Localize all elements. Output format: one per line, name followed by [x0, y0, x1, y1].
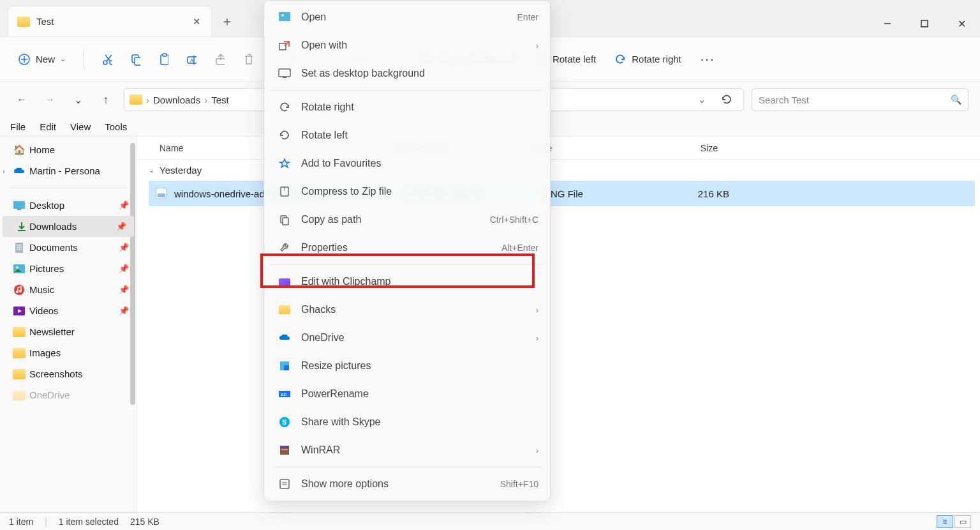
- ctx-winrar[interactable]: WinRAR ›: [264, 436, 550, 464]
- maximize-button[interactable]: [906, 11, 943, 36]
- chevron-right-icon: ›: [536, 41, 538, 50]
- rotate-left-label: Rotate left: [553, 54, 596, 64]
- sidebar-item-music[interactable]: Music 📌: [0, 279, 137, 300]
- trash-icon: [242, 53, 253, 66]
- sidebar-label: Videos: [29, 305, 59, 316]
- svg-rect-37: [279, 69, 290, 77]
- rotate-left-icon: [276, 128, 293, 143]
- recent-button[interactable]: ⌄: [68, 89, 88, 110]
- refresh-button[interactable]: [715, 88, 738, 111]
- ctx-copy-path[interactable]: Copy as path Ctrl+Shift+C: [264, 206, 550, 234]
- expand-icon[interactable]: ›: [3, 167, 5, 175]
- close-tab-button[interactable]: ✕: [191, 16, 202, 27]
- videos-icon: [13, 305, 26, 317]
- tab-title: Test: [36, 16, 191, 27]
- new-button[interactable]: New ⌄: [11, 49, 72, 70]
- sidebar-item-videos[interactable]: Videos 📌: [0, 300, 137, 321]
- forward-button[interactable]: →: [40, 89, 60, 110]
- sidebar-label: Home: [29, 144, 55, 155]
- resize-icon: [276, 358, 293, 374]
- col-size[interactable]: Size: [654, 143, 724, 153]
- zip-icon: [276, 184, 293, 199]
- copy-button[interactable]: [124, 48, 147, 71]
- more-button[interactable]: ···: [693, 49, 723, 69]
- rotate-right-button[interactable]: Rotate right: [607, 49, 688, 70]
- ctx-rotate-right[interactable]: Rotate right: [264, 93, 550, 121]
- tab[interactable]: Test ✕: [8, 6, 212, 36]
- ctx-resize[interactable]: Resize pictures: [264, 352, 550, 380]
- menu-view[interactable]: View: [64, 119, 97, 134]
- paste-button[interactable]: [152, 48, 175, 71]
- sidebar-item-images[interactable]: Images: [0, 342, 137, 363]
- chevron-right-icon: ›: [536, 446, 538, 455]
- svg-text:A: A: [190, 57, 194, 63]
- new-tab-button[interactable]: ＋: [212, 6, 242, 36]
- menu-file[interactable]: File: [4, 119, 32, 134]
- search-input[interactable]: Search Test 🔍: [752, 88, 969, 111]
- ctx-ghacks[interactable]: Ghacks ›: [264, 296, 550, 324]
- music-icon: [13, 284, 26, 296]
- rename-icon: A: [186, 53, 197, 66]
- close-window-button[interactable]: ✕: [943, 11, 980, 36]
- pin-icon: 📌: [119, 285, 129, 294]
- up-button[interactable]: ↑: [96, 89, 116, 110]
- ctx-open-with[interactable]: Open with ›: [264, 31, 550, 59]
- ctx-powerrename[interactable]: ab PowerRename: [264, 380, 550, 408]
- svg-text:S: S: [282, 418, 286, 426]
- breadcrumb-segment[interactable]: Downloads: [153, 95, 200, 105]
- copy-path-icon: [276, 212, 293, 227]
- downloads-icon: [15, 221, 28, 232]
- thumbnails-view-button[interactable]: ▭: [954, 515, 971, 528]
- rotate-right-icon: [614, 53, 627, 66]
- ctx-clipchamp[interactable]: Edit with Clipchamp: [264, 268, 550, 296]
- folder-icon: [13, 390, 26, 401]
- minimize-button[interactable]: [869, 11, 906, 36]
- sidebar-item-newsletter[interactable]: Newsletter: [0, 321, 137, 342]
- ctx-rotate-left[interactable]: Rotate left: [264, 121, 550, 149]
- chevron-down-icon[interactable]: ⌄: [693, 94, 711, 105]
- ctx-open[interactable]: Open Enter: [264, 3, 550, 31]
- menu-edit[interactable]: Edit: [33, 119, 63, 134]
- sidebar-item-desktop[interactable]: Desktop 📌: [0, 195, 137, 216]
- ctx-zip[interactable]: Compress to Zip file: [264, 178, 550, 206]
- chevron-right-icon: ›: [146, 95, 149, 105]
- svg-rect-39: [281, 187, 288, 196]
- folder-icon: [276, 302, 293, 317]
- rename-button[interactable]: A: [180, 48, 203, 71]
- share-icon: [214, 53, 225, 66]
- file-type: PNG File: [544, 188, 665, 199]
- share-button[interactable]: [208, 48, 231, 71]
- details-view-button[interactable]: ≡: [937, 515, 953, 528]
- sidebar-item-documents[interactable]: Documents 📌: [0, 237, 137, 258]
- sidebar-item-pictures[interactable]: Pictures 📌: [0, 258, 137, 279]
- status-count: 1 item: [9, 517, 33, 527]
- breadcrumb-segment[interactable]: Test: [211, 95, 229, 105]
- ctx-set-bg[interactable]: Set as desktop background: [264, 59, 550, 87]
- menu-tools[interactable]: Tools: [98, 119, 133, 134]
- powerrename-icon: ab: [276, 386, 293, 402]
- delete-button[interactable]: [236, 48, 259, 71]
- back-button[interactable]: ←: [11, 89, 32, 110]
- ctx-properties[interactable]: Properties Alt+Enter: [264, 234, 550, 262]
- chevron-right-icon: ›: [536, 305, 538, 315]
- sidebar-label: Screenshots: [29, 368, 82, 379]
- sidebar-label: Music: [29, 284, 54, 295]
- sidebar-label: Desktop: [29, 200, 64, 211]
- ctx-more[interactable]: Show more options Shift+F10: [264, 470, 550, 498]
- folder-icon: [13, 326, 26, 338]
- cut-button[interactable]: [96, 48, 119, 71]
- sidebar-item-onedrive[interactable]: OneDrive: [0, 384, 137, 405]
- sidebar-item-home[interactable]: 🏠 Home: [0, 139, 137, 160]
- pin-icon: 📌: [119, 243, 129, 252]
- ctx-onedrive[interactable]: OneDrive ›: [264, 324, 550, 352]
- ctx-skype[interactable]: S Share with Skype: [264, 408, 550, 436]
- pin-icon: 📌: [119, 306, 129, 315]
- open-with-icon: [276, 38, 293, 53]
- chevron-down-icon: ⌄: [149, 166, 154, 174]
- sidebar-item-screenshots[interactable]: Screenshots: [0, 363, 137, 384]
- col-type[interactable]: Type: [533, 143, 654, 153]
- sidebar-item-personal[interactable]: › Martin - Persona: [0, 160, 137, 181]
- ctx-favourites[interactable]: Add to Favourites: [264, 149, 550, 178]
- star-icon: [276, 156, 293, 171]
- sidebar-item-downloads[interactable]: Downloads 📌: [3, 216, 134, 237]
